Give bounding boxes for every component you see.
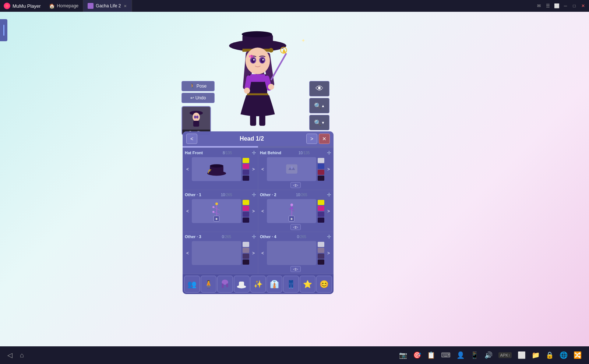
character-thumbnail[interactable]: Pura Star (181, 106, 211, 135)
hat-front-move[interactable]: ✛ (252, 150, 256, 156)
o4-color-1[interactable] (318, 242, 324, 247)
hat-behind-nav-btn[interactable]: ◁▷ (290, 182, 301, 188)
zoom-in-button[interactable]: 🔍▲ (309, 98, 329, 113)
svg-rect-55 (239, 282, 244, 287)
color-swatch-2[interactable] (243, 164, 249, 169)
other2-prev[interactable]: < (260, 207, 265, 215)
o4-color-4[interactable] (318, 259, 324, 265)
other1-next[interactable]: > (251, 207, 256, 215)
mobile-button[interactable]: 📱 (470, 351, 479, 359)
other3-move[interactable]: ✛ (252, 234, 256, 240)
hat-front-next[interactable]: > (251, 165, 256, 173)
home-button[interactable]: ⌂ (20, 351, 24, 359)
hb-color-2[interactable] (318, 164, 324, 169)
minimize-button[interactable]: ─ (562, 3, 568, 9)
o2-color-3[interactable] (318, 212, 324, 217)
folder-button[interactable]: 📁 (532, 351, 540, 359)
o4-color-2[interactable] (318, 248, 324, 253)
hb-color-3[interactable] (318, 170, 324, 175)
pose-label: Pose (197, 84, 207, 89)
back-button[interactable]: ◁ (7, 351, 13, 359)
other4-move[interactable]: ✛ (327, 234, 331, 240)
camera-button[interactable]: 📷 (399, 351, 407, 359)
hb-color-4[interactable] (318, 176, 324, 181)
o3-color-1[interactable] (243, 242, 249, 247)
shuffle-button[interactable]: 🔀 (574, 351, 582, 359)
other1-diamond[interactable]: ◆ (214, 216, 219, 222)
other3-prev[interactable]: < (185, 249, 190, 257)
clipboard-button[interactable]: 📋 (427, 351, 435, 359)
sidebar-toggle[interactable]: ⬜ (554, 3, 560, 9)
toolbar-btn-face[interactable]: 😊 (316, 276, 332, 293)
keyboard-button[interactable]: ⌨ (441, 351, 451, 359)
o1-color-3[interactable] (243, 212, 249, 217)
tab-close-button[interactable]: ✕ (123, 4, 127, 8)
volume-button[interactable]: 🔊 (484, 351, 493, 359)
svg-point-46 (212, 206, 214, 208)
hat-behind-move[interactable]: ✛ (327, 150, 331, 156)
sidebar-indicator (3, 25, 4, 36)
left-sidebar-tab[interactable] (0, 19, 7, 41)
zoom-out-button[interactable]: 🔍▼ (309, 115, 329, 130)
nav2-arrows-icon: ◁▷ (293, 225, 298, 229)
toolbar-btn-special[interactable]: ⭐ (300, 276, 315, 293)
toolbar-btn-body[interactable]: 🧍 (201, 276, 216, 293)
toolbar-btn-hat[interactable] (234, 276, 250, 293)
window-button[interactable]: ⬜ (518, 351, 526, 359)
user-button[interactable]: 👤 (456, 351, 465, 359)
o3-color-2[interactable] (243, 248, 249, 253)
o1-color-1[interactable] (243, 200, 249, 205)
other4-next[interactable]: > (326, 249, 331, 257)
o2-color-4[interactable] (318, 218, 324, 223)
hb-color-1[interactable] (318, 158, 324, 163)
toolbar-btn-hair[interactable] (217, 276, 233, 293)
toolbar-btn-accessories[interactable]: ✨ (250, 276, 266, 293)
maximize-button[interactable]: □ (571, 3, 577, 9)
color-swatch-1[interactable] (243, 158, 249, 163)
mail-button[interactable]: ✉ (536, 3, 542, 9)
apk-button[interactable]: APK↑ (498, 352, 512, 358)
color-swatch-4[interactable] (243, 176, 249, 181)
eye-button[interactable]: 👁 (309, 81, 329, 96)
target-button[interactable]: 🎯 (413, 351, 421, 359)
o4-color-3[interactable] (318, 254, 324, 259)
o3-color-3[interactable] (243, 254, 249, 259)
tab-homepage[interactable]: 🏠 Homepage (45, 0, 84, 12)
other2-next[interactable]: > (326, 207, 331, 215)
other2-diamond[interactable]: ◆ (289, 216, 294, 222)
o2-color-1[interactable] (318, 200, 324, 205)
tab-game[interactable]: Gacha Life 2 ✕ (83, 0, 132, 12)
o1-color-2[interactable] (243, 206, 249, 211)
o3-color-4[interactable] (243, 259, 249, 265)
lock-button[interactable]: 🔒 (546, 351, 554, 359)
hat-front-prev[interactable]: < (185, 165, 190, 173)
pose-button[interactable]: 🚶 Pose (181, 81, 215, 91)
color-swatch-3[interactable] (243, 170, 249, 175)
svg-point-25 (244, 88, 250, 94)
panel-nav-right[interactable]: > (306, 134, 317, 144)
menu-button[interactable]: ☰ (545, 3, 551, 9)
other4-count: 0/265 (297, 235, 306, 239)
o1-color-4[interactable] (243, 218, 249, 223)
other4-prev[interactable]: < (260, 249, 265, 257)
other2-label: Other · 2 (260, 192, 276, 197)
hat-behind-prev[interactable]: < (260, 165, 265, 173)
other1-prev[interactable]: < (185, 207, 190, 215)
hat-behind-next[interactable]: > (326, 165, 331, 173)
other2-nav-btn[interactable]: ◁▷ (290, 224, 301, 230)
other3-next[interactable]: > (251, 249, 256, 257)
other4-nav-btn[interactable]: ◁▷ (290, 266, 301, 272)
undo-button[interactable]: ↩ Undo (181, 93, 215, 103)
other2-move[interactable]: ✛ (327, 192, 331, 198)
bottom-toolbar: 👥 🧍 ✨ 👔 👖 ⭐ 😊 (183, 274, 334, 294)
close-window-button[interactable]: ✕ (580, 3, 586, 9)
toolbar-btn-bottom[interactable]: 👖 (283, 276, 299, 293)
panel-nav-left[interactable]: < (186, 134, 197, 144)
other1-move[interactable]: ✛ (252, 192, 256, 198)
toolbar-btn-top[interactable]: 👔 (267, 276, 282, 293)
o2-color-2[interactable] (318, 206, 324, 211)
network-button[interactable]: 🌐 (560, 351, 568, 359)
toolbar-btn-characters[interactable]: 👥 (184, 276, 200, 293)
panel-close-button[interactable]: ✕ (319, 134, 330, 144)
hat-behind-sprite (283, 162, 300, 177)
